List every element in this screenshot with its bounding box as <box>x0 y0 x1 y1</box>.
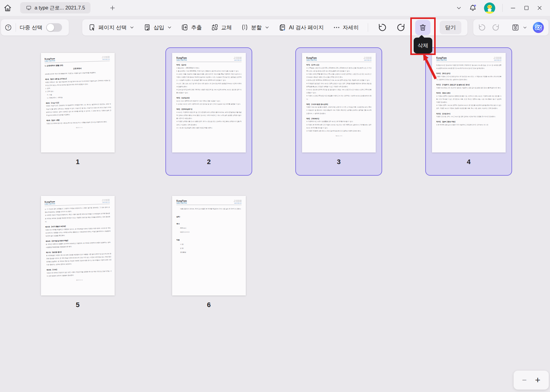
help-button[interactable]: ? <box>5 24 12 31</box>
extract-label: 추출 <box>191 24 202 31</box>
doc-contact-line: www.k-labor.com <box>364 60 371 61</box>
more-label: 자세히 <box>343 24 359 31</box>
doc-section: 제2조 【수습 기간】직원의 수습기간은 근로관계 개시일로부터 3개월로 한다… <box>46 100 111 117</box>
monitor-icon <box>26 5 32 11</box>
page-content: KangNam Labor Law Firm Tel: 02-000-0000F… <box>172 53 246 152</box>
insert-button[interactable]: 삽입 <box>143 24 172 31</box>
doc-section: 제15조 【의무 충돌의 부존재】직원은 본 계약을 체결하고 이행함에 있어서… <box>45 224 111 238</box>
close-page-mode-button[interactable]: 닫기 <box>440 21 461 34</box>
titlebar-collapse-button[interactable] <box>456 5 462 11</box>
chevron-down-icon <box>130 25 134 30</box>
doc-section-body: 직원은 회사와의 근로 조건으로 별도의 기밀유지, 경업 금지 및 발명 양도… <box>436 86 501 90</box>
page-thumbnail[interactable]: KangNam Labor Law Firm Tel: 02-000-0000F… <box>41 53 115 152</box>
help-icon: ? <box>5 24 12 31</box>
page-thumbnail-card[interactable]: KangNam Labor Law Firm Tel: 02-000-0000F… <box>34 47 121 176</box>
home-button[interactable] <box>0 0 15 16</box>
doc-section: 직원서 명: 성 명: 생년월일: <box>176 239 242 254</box>
user-avatar[interactable] <box>484 2 495 14</box>
replace-label: 교체 <box>221 24 232 31</box>
window-close-button[interactable] <box>537 5 543 11</box>
doc-section-title: 제11조 【기밀유지, 경업 금지 및 발명 양도 동의】 <box>436 84 501 86</box>
doc-section-body: 직원은 본 계약에 규정되지 않은 모든 사항이 취업규칙을 포함한 회사의 제… <box>46 270 112 278</box>
doc-section-title: 직원 <box>176 239 242 241</box>
delete-button[interactable] <box>415 20 430 35</box>
doc-section-body: 는 그 이상의 금지 조항들은 그 범위가 무효로 판정되거나 시행이 불가할 … <box>45 206 110 223</box>
page-thumbnail-card[interactable]: KangNam Labor Law Firm Tel: 02-000-0000F… <box>165 47 252 176</box>
doc-section: 회사AAA 회사 대표이사 x x x <box>176 223 242 234</box>
page-select-label: 페이지 선택 <box>98 24 127 31</box>
redo-button[interactable] <box>396 23 406 32</box>
ai-check-page-icon <box>279 24 286 31</box>
undo-icon <box>377 23 387 32</box>
trash-icon <box>419 23 427 32</box>
doc-section-title: 제14조 【일부 조항의 무효】 <box>436 121 501 123</box>
doc-sections: 제4조 【급여】① 월 급여는 ○,000,000원으로 한다. 1. 월 급여… <box>176 64 242 130</box>
doc-section: 제1조 【업무 내용 및 근무장소】직원은 2021년 ○월 ○일(“근로관계 … <box>45 76 111 100</box>
doc-section-body: ① 본 계약에 의한 금지 조항은 각각 개별적이고 독립된 것으로 간주되며,… <box>436 123 501 126</box>
titlebar-divider <box>502 4 503 12</box>
doc-redo-button[interactable] <box>492 23 500 32</box>
zoom-in-button[interactable]: + <box>535 376 541 385</box>
doc-section-title: 제7조 【근무시간】 <box>306 64 371 66</box>
doc-contact: Tel: 02-000-0000Fax: 02-000-0000www.k-la… <box>234 200 242 204</box>
document-tab[interactable]: a type 근로... 2021.7.5 <box>20 2 90 13</box>
zoom-out-button[interactable]: − <box>522 376 526 384</box>
doc-section: 제5조 【성과급 등】회사는 회사 정책에 따라 재량으로 다음 각호의 것을 … <box>176 97 242 106</box>
doc-contact-line: www.k-labor.com <box>102 58 110 60</box>
ai-assistant-button[interactable] <box>533 22 544 33</box>
extract-button[interactable]: 추출 <box>181 24 202 31</box>
page-thumbnail[interactable]: KangNam Labor Law Firm Tel: 02-000-0000F… <box>302 53 376 152</box>
doc-section: 에 협조하기로 동의하며 직원은 본 계약에 구체적으로 명시되지 아니한 임금… <box>436 64 501 70</box>
zoom-widget: − + <box>514 371 549 390</box>
page-thumbnail[interactable]: KangNam Labor Law Firm Tel: 02-000-0000F… <box>41 196 115 295</box>
page-thumbnail[interactable]: KangNam Labor Law Firm Tel: 02-000-0000F… <box>172 196 246 295</box>
more-button[interactable]: 자세히 <box>333 24 359 31</box>
insert-label: 삽입 <box>153 24 164 31</box>
window-maximize-button[interactable] <box>523 5 530 11</box>
page-thumbnail-card[interactable]: KangNam Labor Law Firm Tel: 02-000-0000F… <box>165 190 252 319</box>
doc-brand-sub: Labor Law Firm <box>176 202 187 204</box>
undo-button[interactable] <box>377 23 387 32</box>
doc-center-title: 근로계약서 <box>45 67 110 71</box>
doc-section-body: 직원은 식대 커피 및 복지이용료, 교육/자격증 신청 후 미 수료 시 부담… <box>306 106 371 115</box>
replace-button[interactable]: 교체 <box>211 24 232 31</box>
page-thumbnail-card[interactable]: KangNam Labor Law Firm Tel: 02-000-0000F… <box>295 47 382 176</box>
page-thumbnail-card[interactable]: KangNam Labor Law Firm Tel: 02-000-0000F… <box>34 190 121 319</box>
page-select-button[interactable]: 페이지 선택 <box>88 24 134 31</box>
doc-section-title: 제12조 【정보 보호】 <box>436 92 501 94</box>
page-thumbnail-card[interactable]: KangNam Labor Law Firm Tel: 02-000-0000F… <box>425 47 512 176</box>
chevron-down-icon <box>456 5 462 11</box>
save-button[interactable] <box>511 23 527 32</box>
split-button[interactable]: 분할 <box>241 24 269 31</box>
doc-section: 제8조 【식대/이용료 등의 공제】직원은 식대 커피 및 복지이용료, 교육/… <box>306 103 371 115</box>
page-thumbnail[interactable]: KangNam Labor Law Firm Tel: 02-000-0000F… <box>432 53 506 152</box>
multi-select-toggle[interactable] <box>46 23 62 32</box>
more-dots-icon <box>333 24 340 31</box>
toolbar-divider <box>16 23 16 32</box>
doc-section-body: ① 근무일별 소정근로시간은 09 시 00 분부터 18 시 00 분까지로 … <box>306 67 371 101</box>
doc-section: 제7조 【근무시간】① 근무일별 소정근로시간은 09 시 00 분부터 18 … <box>306 64 371 101</box>
doc-footer: 페이지 2 / 3 <box>306 135 371 137</box>
title-bar: a type 근로... 2021.7.5 <box>0 0 550 16</box>
delete-tooltip: 삭제 <box>414 38 432 53</box>
doc-section: 제3조 【업무 수행】직원은 본 계약에 명시된 사항 및 회사의 규정 및 지… <box>46 118 112 125</box>
doc-contact-line: www.k-labor.com <box>494 60 501 61</box>
doc-contact-line: www.k-labor.com <box>102 201 110 203</box>
page-content: KangNam Labor Law Firm Tel: 02-000-0000F… <box>432 53 506 152</box>
doc-section: 제9조 【계약해지】① 직원에게 해고사유가 발생했을 경우 회사는 본 계약을… <box>306 118 371 133</box>
toggle-knob <box>47 24 54 31</box>
split-label: 분할 <box>251 24 262 31</box>
doc-undo-button[interactable] <box>478 23 486 32</box>
doc-section: 제13조 【규정 준수】직원은 모든 법, 규칙, 그리고 회사 및 감독 당국… <box>436 113 501 119</box>
page-content: KangNam Labor Law Firm Tel: 02-000-0000F… <box>41 196 115 295</box>
doc-section-body: 직원의 수습기간은 근로관계 개시일로부터 3개월로 한다. 단, 회사는 필요… <box>46 103 111 117</box>
ai-check-page-button[interactable]: AI 검사 페이지 <box>279 24 324 31</box>
window-minimize-button[interactable] <box>510 5 516 11</box>
doc-section-body: 직원은 모든 법, 규칙, 그리고 회사 및 감독 당국의 기관의 제반 규정을… <box>436 115 501 118</box>
close-icon <box>537 5 543 11</box>
notifications-button[interactable] <box>469 4 477 12</box>
new-tab-button[interactable] <box>109 4 116 12</box>
doc-section-title: 회사 <box>176 223 242 225</box>
page-thumbnail[interactable]: KangNam Labor Law Firm Tel: 02-000-0000F… <box>172 53 246 152</box>
doc-header: KangNam Labor Law Firm Tel: 02-000-0000F… <box>306 57 371 62</box>
